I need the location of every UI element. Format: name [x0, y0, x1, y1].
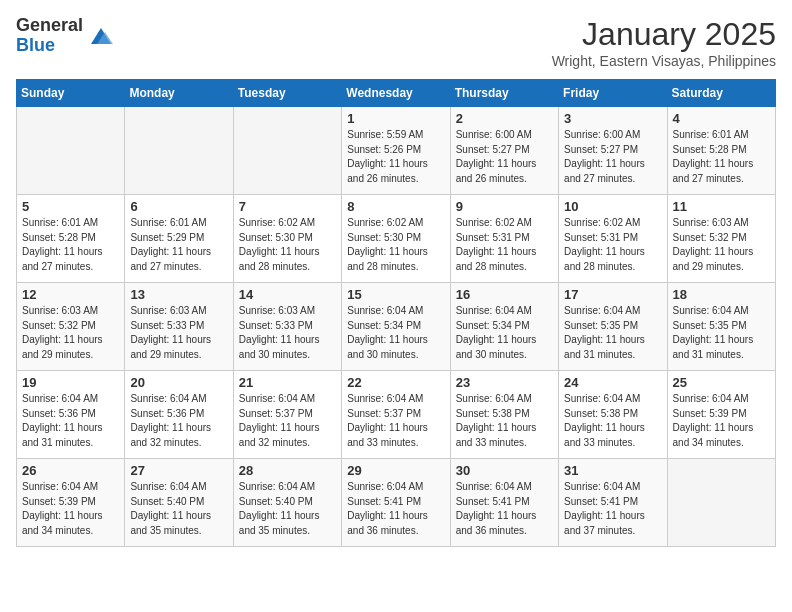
day-number: 10 — [564, 199, 661, 214]
day-info: Sunrise: 6:00 AM Sunset: 5:27 PM Dayligh… — [564, 128, 661, 186]
calendar-cell: 2Sunrise: 6:00 AM Sunset: 5:27 PM Daylig… — [450, 107, 558, 195]
day-number: 28 — [239, 463, 336, 478]
calendar-cell: 11Sunrise: 6:03 AM Sunset: 5:32 PM Dayli… — [667, 195, 775, 283]
calendar-cell: 17Sunrise: 6:04 AM Sunset: 5:35 PM Dayli… — [559, 283, 667, 371]
day-info: Sunrise: 6:04 AM Sunset: 5:37 PM Dayligh… — [347, 392, 444, 450]
day-number: 7 — [239, 199, 336, 214]
day-info: Sunrise: 6:04 AM Sunset: 5:40 PM Dayligh… — [239, 480, 336, 538]
calendar-cell: 16Sunrise: 6:04 AM Sunset: 5:34 PM Dayli… — [450, 283, 558, 371]
calendar-cell: 30Sunrise: 6:04 AM Sunset: 5:41 PM Dayli… — [450, 459, 558, 547]
calendar-cell: 22Sunrise: 6:04 AM Sunset: 5:37 PM Dayli… — [342, 371, 450, 459]
title-block: January 2025 Wright, Eastern Visayas, Ph… — [552, 16, 776, 69]
day-info: Sunrise: 6:03 AM Sunset: 5:32 PM Dayligh… — [22, 304, 119, 362]
day-number: 23 — [456, 375, 553, 390]
day-info: Sunrise: 6:02 AM Sunset: 5:30 PM Dayligh… — [347, 216, 444, 274]
day-info: Sunrise: 6:04 AM Sunset: 5:36 PM Dayligh… — [130, 392, 227, 450]
day-info: Sunrise: 6:03 AM Sunset: 5:33 PM Dayligh… — [130, 304, 227, 362]
calendar-week-row: 1Sunrise: 5:59 AM Sunset: 5:26 PM Daylig… — [17, 107, 776, 195]
day-info: Sunrise: 6:04 AM Sunset: 5:39 PM Dayligh… — [673, 392, 770, 450]
calendar-week-row: 19Sunrise: 6:04 AM Sunset: 5:36 PM Dayli… — [17, 371, 776, 459]
day-number: 27 — [130, 463, 227, 478]
day-number: 17 — [564, 287, 661, 302]
day-info: Sunrise: 6:01 AM Sunset: 5:28 PM Dayligh… — [22, 216, 119, 274]
day-info: Sunrise: 5:59 AM Sunset: 5:26 PM Dayligh… — [347, 128, 444, 186]
day-info: Sunrise: 6:04 AM Sunset: 5:41 PM Dayligh… — [347, 480, 444, 538]
day-header-sunday: Sunday — [17, 80, 125, 107]
day-number: 31 — [564, 463, 661, 478]
day-number: 11 — [673, 199, 770, 214]
day-number: 24 — [564, 375, 661, 390]
day-header-tuesday: Tuesday — [233, 80, 341, 107]
calendar-cell: 20Sunrise: 6:04 AM Sunset: 5:36 PM Dayli… — [125, 371, 233, 459]
day-info: Sunrise: 6:02 AM Sunset: 5:31 PM Dayligh… — [564, 216, 661, 274]
day-info: Sunrise: 6:00 AM Sunset: 5:27 PM Dayligh… — [456, 128, 553, 186]
calendar-cell: 28Sunrise: 6:04 AM Sunset: 5:40 PM Dayli… — [233, 459, 341, 547]
day-number: 25 — [673, 375, 770, 390]
calendar-cell: 19Sunrise: 6:04 AM Sunset: 5:36 PM Dayli… — [17, 371, 125, 459]
day-number: 30 — [456, 463, 553, 478]
day-number: 22 — [347, 375, 444, 390]
calendar-cell: 10Sunrise: 6:02 AM Sunset: 5:31 PM Dayli… — [559, 195, 667, 283]
calendar-cell: 12Sunrise: 6:03 AM Sunset: 5:32 PM Dayli… — [17, 283, 125, 371]
calendar-cell: 29Sunrise: 6:04 AM Sunset: 5:41 PM Dayli… — [342, 459, 450, 547]
calendar-cell — [233, 107, 341, 195]
month-title: January 2025 — [552, 16, 776, 53]
calendar-cell: 7Sunrise: 6:02 AM Sunset: 5:30 PM Daylig… — [233, 195, 341, 283]
calendar-cell: 27Sunrise: 6:04 AM Sunset: 5:40 PM Dayli… — [125, 459, 233, 547]
calendar-week-row: 26Sunrise: 6:04 AM Sunset: 5:39 PM Dayli… — [17, 459, 776, 547]
calendar-cell: 14Sunrise: 6:03 AM Sunset: 5:33 PM Dayli… — [233, 283, 341, 371]
calendar-cell: 8Sunrise: 6:02 AM Sunset: 5:30 PM Daylig… — [342, 195, 450, 283]
day-info: Sunrise: 6:01 AM Sunset: 5:28 PM Dayligh… — [673, 128, 770, 186]
calendar-body: 1Sunrise: 5:59 AM Sunset: 5:26 PM Daylig… — [17, 107, 776, 547]
calendar-header-row: SundayMondayTuesdayWednesdayThursdayFrid… — [17, 80, 776, 107]
day-number: 4 — [673, 111, 770, 126]
logo: General Blue — [16, 16, 115, 56]
calendar-cell — [125, 107, 233, 195]
day-info: Sunrise: 6:04 AM Sunset: 5:38 PM Dayligh… — [456, 392, 553, 450]
day-info: Sunrise: 6:04 AM Sunset: 5:37 PM Dayligh… — [239, 392, 336, 450]
calendar-cell — [17, 107, 125, 195]
day-info: Sunrise: 6:04 AM Sunset: 5:38 PM Dayligh… — [564, 392, 661, 450]
day-info: Sunrise: 6:03 AM Sunset: 5:32 PM Dayligh… — [673, 216, 770, 274]
calendar-cell: 5Sunrise: 6:01 AM Sunset: 5:28 PM Daylig… — [17, 195, 125, 283]
calendar-cell — [667, 459, 775, 547]
day-header-thursday: Thursday — [450, 80, 558, 107]
day-number: 13 — [130, 287, 227, 302]
day-info: Sunrise: 6:02 AM Sunset: 5:30 PM Dayligh… — [239, 216, 336, 274]
day-info: Sunrise: 6:03 AM Sunset: 5:33 PM Dayligh… — [239, 304, 336, 362]
calendar-cell: 23Sunrise: 6:04 AM Sunset: 5:38 PM Dayli… — [450, 371, 558, 459]
day-number: 16 — [456, 287, 553, 302]
day-info: Sunrise: 6:04 AM Sunset: 5:41 PM Dayligh… — [564, 480, 661, 538]
calendar-cell: 3Sunrise: 6:00 AM Sunset: 5:27 PM Daylig… — [559, 107, 667, 195]
calendar-table: SundayMondayTuesdayWednesdayThursdayFrid… — [16, 79, 776, 547]
day-number: 21 — [239, 375, 336, 390]
logo-general-text: General — [16, 16, 83, 36]
logo-blue-text: Blue — [16, 36, 83, 56]
calendar-cell: 25Sunrise: 6:04 AM Sunset: 5:39 PM Dayli… — [667, 371, 775, 459]
day-number: 14 — [239, 287, 336, 302]
day-number: 9 — [456, 199, 553, 214]
day-number: 26 — [22, 463, 119, 478]
day-number: 18 — [673, 287, 770, 302]
day-number: 3 — [564, 111, 661, 126]
day-info: Sunrise: 6:01 AM Sunset: 5:29 PM Dayligh… — [130, 216, 227, 274]
day-info: Sunrise: 6:04 AM Sunset: 5:36 PM Dayligh… — [22, 392, 119, 450]
calendar-week-row: 5Sunrise: 6:01 AM Sunset: 5:28 PM Daylig… — [17, 195, 776, 283]
calendar-cell: 31Sunrise: 6:04 AM Sunset: 5:41 PM Dayli… — [559, 459, 667, 547]
day-info: Sunrise: 6:04 AM Sunset: 5:35 PM Dayligh… — [673, 304, 770, 362]
day-info: Sunrise: 6:04 AM Sunset: 5:39 PM Dayligh… — [22, 480, 119, 538]
day-header-wednesday: Wednesday — [342, 80, 450, 107]
calendar-cell: 1Sunrise: 5:59 AM Sunset: 5:26 PM Daylig… — [342, 107, 450, 195]
day-info: Sunrise: 6:04 AM Sunset: 5:40 PM Dayligh… — [130, 480, 227, 538]
calendar-cell: 13Sunrise: 6:03 AM Sunset: 5:33 PM Dayli… — [125, 283, 233, 371]
day-number: 5 — [22, 199, 119, 214]
day-info: Sunrise: 6:04 AM Sunset: 5:41 PM Dayligh… — [456, 480, 553, 538]
day-number: 12 — [22, 287, 119, 302]
page-header: General Blue January 2025 Wright, Easter… — [16, 16, 776, 69]
day-number: 20 — [130, 375, 227, 390]
calendar-cell: 21Sunrise: 6:04 AM Sunset: 5:37 PM Dayli… — [233, 371, 341, 459]
logo-icon — [87, 22, 115, 50]
day-number: 8 — [347, 199, 444, 214]
day-info: Sunrise: 6:04 AM Sunset: 5:35 PM Dayligh… — [564, 304, 661, 362]
calendar-cell: 6Sunrise: 6:01 AM Sunset: 5:29 PM Daylig… — [125, 195, 233, 283]
